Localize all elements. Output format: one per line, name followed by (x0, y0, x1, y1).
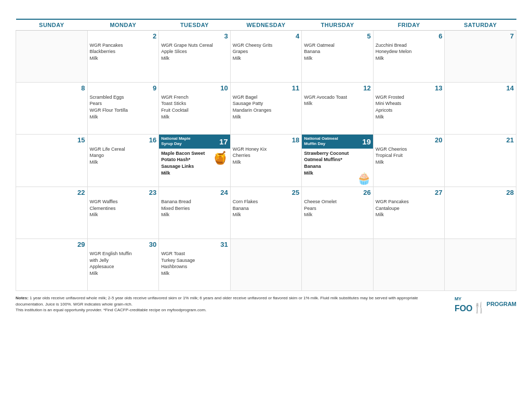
calendar-cell: 7 (445, 31, 516, 83)
special-day-label: National Maple Syrup Day (161, 136, 190, 147)
calendar-cell (373, 239, 445, 291)
calendar-cell: 31WGR Toast Turkey Sausage Hashbrowns Mi… (159, 239, 231, 291)
menu-content: WGR Honey Kix Cherries Milk (233, 146, 300, 166)
calendar-cell: 26Cheese Omelet Pears Milk (302, 187, 374, 239)
day-number: 12 (304, 84, 371, 93)
calendar-day-header: THURSDAY (302, 19, 374, 31)
footer-notes: Notes: 1 year olds receive unflavored wh… (16, 295, 421, 313)
calendar-table: SUNDAYMONDAYTUESDAYWEDNESDAYTHURSDAYFRID… (16, 19, 516, 291)
day-number: 5 (304, 32, 371, 41)
calendar-cell: 6Zucchini Bread Honeydew Melon Milk (373, 31, 445, 83)
menu-content: WGR English Muffin with Jelly Applesauce… (90, 250, 157, 276)
calendar-cell: 21 (445, 135, 516, 187)
calendar-cell: 8 (16, 83, 88, 135)
menu-content: WGR Life Cereal Mango Milk (90, 146, 157, 166)
calendar-cell: 12WGR Avocado Toast Milk (302, 83, 374, 135)
day-number: 20 (376, 136, 443, 145)
menu-content: WGR Frosted Mini Wheats Apricots Milk (376, 94, 443, 120)
day-number: 4 (233, 32, 300, 41)
calendar-day-header: TUESDAY (159, 19, 231, 31)
day-number: 11 (233, 84, 300, 93)
menu-content: WGR Waffles Clementines Milk (90, 198, 157, 218)
day-number: 21 (447, 136, 514, 145)
footer: Notes: 1 year olds receive unflavored wh… (16, 295, 516, 313)
day-number: 16 (90, 136, 157, 145)
calendar-cell: National Maple Syrup Day17🍯Maple Bacon S… (159, 135, 231, 187)
day-number: 10 (161, 84, 228, 93)
calendar-cell: 24Banana Bread Mixed Berries Milk (159, 187, 231, 239)
maple-syrup-icon: 🍯 (212, 149, 228, 167)
day-number: 3 (161, 32, 228, 41)
day-number: 6 (376, 32, 443, 41)
day-number: 13 (376, 84, 443, 93)
menu-content: WGR Grape Nuts Cereal Apple Slices Milk (161, 42, 228, 62)
menu-content: WGR Pancakes Blackberries Milk (90, 42, 157, 62)
footer-logo: MY FOO🍴 PROGRAM (455, 296, 516, 313)
day-number: 23 (90, 189, 157, 197)
day-number: 14 (447, 84, 514, 93)
notes-label: Notes: (16, 296, 29, 300)
calendar-week-row: 2223WGR Waffles Clementines Milk24Banana… (16, 187, 516, 239)
menu-content: Corn Flakes Banana Milk (233, 198, 300, 218)
calendar-cell: 27WGR Pancakes Cantaloupe Milk (373, 187, 445, 239)
calendar-cell: 11WGR Bagel Sausage Patty Mandarin Orang… (230, 83, 302, 135)
day-number: 2 (90, 32, 157, 41)
menu-content: WGR Pancakes Cantaloupe Milk (376, 198, 443, 218)
calendar-cell (445, 239, 516, 291)
menu-content: WGR Oatmeal Banana Milk (304, 42, 371, 62)
calendar-week-row: 1516WGR Life Cereal Mango MilkNational M… (16, 135, 516, 187)
day-number: 28 (447, 189, 514, 197)
menu-content: WGR Cheerios Tropical Fruit Milk (376, 146, 443, 166)
day-number: 18 (233, 136, 300, 145)
day-number: 15 (18, 136, 85, 145)
calendar-cell: 20WGR Cheerios Tropical Fruit Milk (373, 135, 445, 187)
calendar-day-header: MONDAY (87, 19, 159, 31)
calendar-cell: 30WGR English Muffin with Jelly Applesau… (87, 239, 159, 291)
calendar-cell: 13WGR Frosted Mini Wheats Apricots Milk (373, 83, 445, 135)
calendar-cell: 4WGR Cheesy Grits Grapes Milk (230, 31, 302, 83)
day-number: 22 (18, 189, 85, 197)
calendar-cell: 9Scrambled Eggs Pears WGR Flour Tortilla… (87, 83, 159, 135)
calendar-week-row: 89Scrambled Eggs Pears WGR Flour Tortill… (16, 83, 516, 135)
day-number: 27 (376, 189, 443, 197)
special-day-label: National Oatmeal Muffin Day (304, 136, 338, 147)
calendar-cell (230, 239, 302, 291)
day-number: 25 (233, 189, 300, 197)
calendar-cell: 10WGR French Toast Sticks Fruit Cocktail… (159, 83, 231, 135)
calendar-header-row: SUNDAYMONDAYTUESDAYWEDNESDAYTHURSDAYFRID… (16, 19, 516, 31)
day-number: 26 (304, 189, 371, 197)
calendar-cell: 14 (445, 83, 516, 135)
day-number: 8 (18, 84, 85, 93)
menu-content: Maple Bacon Sweet Potato Hash* Sausage L… (161, 151, 205, 176)
calendar-cell: 5WGR Oatmeal Banana Milk (302, 31, 374, 83)
calendar-cell: 28 (445, 187, 516, 239)
menu-content: Banana Bread Mixed Berries Milk (161, 198, 228, 218)
day-number: 9 (90, 84, 157, 93)
calendar-cell: 2WGR Pancakes Blackberries Milk (87, 31, 159, 83)
calendar-cell: National Oatmeal Muffin Day19Strawberry … (302, 135, 374, 187)
menu-content: WGR French Toast Sticks Fruit Cocktail M… (161, 94, 228, 120)
menu-content: WGR Cheesy Grits Grapes Milk (233, 42, 300, 62)
menu-content: WGR Bagel Sausage Patty Mandarin Oranges… (233, 94, 300, 120)
logo-food: FOO🍴 (455, 302, 486, 313)
calendar-cell (16, 31, 88, 83)
day-number: 17 (219, 137, 228, 147)
calendar-cell: 16WGR Life Cereal Mango Milk (87, 135, 159, 187)
menu-content: Scrambled Eggs Pears WGR Flour Tortilla … (90, 94, 157, 120)
day-number: 7 (447, 32, 514, 41)
logo-program: PROGRAM (487, 300, 516, 308)
day-number: 24 (161, 189, 228, 197)
calendar-day-header: FRIDAY (373, 19, 445, 31)
calendar-cell: 22 (16, 187, 88, 239)
day-number: 29 (18, 241, 85, 249)
calendar-week-row: 2WGR Pancakes Blackberries Milk3WGR Grap… (16, 31, 516, 83)
menu-content: WGR Toast Turkey Sausage Hashbrowns Milk (161, 250, 228, 276)
calendar-cell: 15 (16, 135, 88, 187)
calendar-week-row: 2930WGR English Muffin with Jelly Apples… (16, 239, 516, 291)
calendar-cell (302, 239, 374, 291)
calendar-day-header: SUNDAY (16, 19, 88, 31)
day-number: 30 (90, 241, 157, 249)
calendar-cell: 23WGR Waffles Clementines Milk (87, 187, 159, 239)
calendar-cell: 25Corn Flakes Banana Milk (230, 187, 302, 239)
menu-content: WGR Avocado Toast Milk (304, 94, 371, 107)
